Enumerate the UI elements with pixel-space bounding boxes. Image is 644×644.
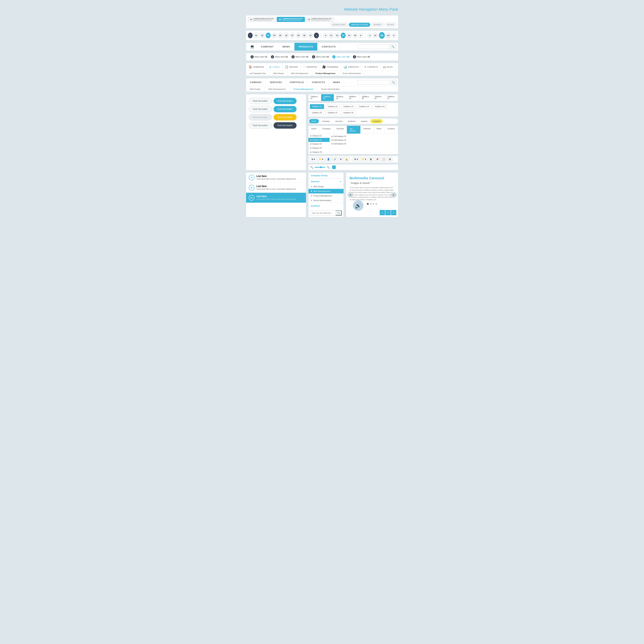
- zoom-slider[interactable]: [315, 167, 325, 168]
- btn-default-1[interactable]: Push the button: [249, 98, 272, 104]
- carousel-dot-4[interactable]: [375, 203, 377, 205]
- toolbar-gear2[interactable]: ⚙ ▾: [353, 157, 359, 162]
- cat-03[interactable]: Category 03: [308, 142, 330, 146]
- sub-03[interactable]: SubMenu 03: [341, 104, 356, 109]
- pag3-02[interactable]: 02: [379, 32, 385, 39]
- pag1-minus[interactable]: −: [248, 33, 253, 38]
- search-button[interactable]: 🔍: [390, 44, 396, 49]
- step-item-02[interactable]: 02 LOREM IPSUM DOLOR SIT Nulla consequat…: [306, 17, 334, 22]
- pag2-03[interactable]: 03: [341, 33, 346, 38]
- sub-nav2-webdesign[interactable]: Web Design: [246, 86, 265, 92]
- nav2-contacts[interactable]: CONTACTS: [308, 79, 329, 86]
- dnav-news[interactable]: News: [374, 126, 385, 134]
- sub-nav-product-mgmt[interactable]: Product Management: [312, 71, 339, 76]
- subcat-01[interactable]: SubCategory 01: [330, 134, 353, 138]
- pag2-02[interactable]: 02: [335, 33, 340, 38]
- subcat-03[interactable]: SubCategory 03: [330, 142, 353, 146]
- pag1-04[interactable]: 04: [272, 33, 277, 38]
- tab-04[interactable]: TabMenu 04: [347, 94, 359, 101]
- btn-cyan-1[interactable]: Push the button: [274, 98, 297, 104]
- pag1-plus[interactable]: +: [314, 33, 319, 38]
- pag3-next[interactable]: ►: [392, 33, 396, 38]
- pill-products[interactable]: products: [345, 119, 358, 123]
- search-input[interactable]: [358, 44, 390, 49]
- toolbar-heart[interactable]: ♥: [339, 157, 343, 162]
- icon-nav-contacts[interactable]: ✦ CONTACTS: [362, 63, 381, 71]
- sub-nav2-webdev[interactable]: Web Developement: [265, 86, 289, 92]
- carousel-prev[interactable]: ◄: [347, 192, 353, 198]
- btn-default-3[interactable]: Push the button: [249, 122, 272, 129]
- sub-nav-webdesign[interactable]: Web Design: [270, 71, 288, 76]
- pag2-01[interactable]: 01: [329, 33, 334, 38]
- zoom-in-icon[interactable]: 🔍: [327, 166, 330, 169]
- toolbar-user[interactable]: 👤: [325, 157, 331, 162]
- sub-01[interactable]: SubMenu 01: [310, 104, 324, 109]
- pill-home[interactable]: home: [309, 119, 319, 123]
- icon-nav-favorites[interactable]: ♡ FAVORITES: [301, 63, 320, 71]
- tab-06[interactable]: TabMenu 06: [372, 94, 385, 101]
- sub-nav-webdev[interactable]: Web Developement: [288, 71, 312, 76]
- checkout-address[interactable]: ADDRESS INFO: [330, 23, 348, 27]
- pag2-04[interactable]: 04: [347, 33, 352, 38]
- sidebar-services-toggle[interactable]: Services ▾: [308, 179, 344, 184]
- menu-item-03[interactable]: ➤ Menu item 03: [291, 55, 309, 59]
- toolbar-folder[interactable]: 📁 ▾: [317, 157, 325, 162]
- checkout-payment[interactable]: PAYMENT: [371, 23, 384, 27]
- checkout-review[interactable]: REVIEW: [385, 23, 396, 27]
- sub-nav2-server-admin[interactable]: Server Administration: [317, 86, 344, 92]
- menu-item-04[interactable]: ➤ Menu item 04: [311, 55, 330, 59]
- nav2-portfolio[interactable]: PORTFOLIO: [286, 79, 308, 86]
- toolbar-link[interactable]: 🔗: [332, 157, 338, 162]
- step-item-01[interactable]: 01 LOREM IPSUM DOLOR SIT Nulla consequat…: [248, 17, 276, 22]
- sub-04[interactable]: SubMenu 04: [357, 104, 371, 109]
- pag1-10[interactable]: 10: [308, 33, 313, 38]
- sidebar-product-mgmt[interactable]: Product Management: [308, 193, 344, 198]
- menu-item-06[interactable]: ➤ Menu item 06: [352, 55, 371, 59]
- nav2-search-button[interactable]: 🔍: [390, 80, 397, 85]
- carousel-dot-1[interactable]: [367, 203, 369, 205]
- step-item-03[interactable]: 03 LOREM IPSUM DOLOR SIT Nulla consequat…: [277, 17, 305, 22]
- icon-nav-portfolio[interactable]: ◎ Portfolio: [267, 63, 282, 71]
- sidebar-server-admin[interactable]: Server Adminstration: [308, 198, 344, 203]
- icon-nav-streaming[interactable]: 🎥 STREAMING: [320, 63, 341, 71]
- menu-item-02[interactable]: ➤ Menu item 02: [270, 55, 289, 59]
- dnav-company[interactable]: Company: [319, 126, 334, 134]
- pag1-02[interactable]: 02: [260, 33, 265, 38]
- toolbar-trash[interactable]: 🗑: [368, 157, 374, 162]
- cat-01[interactable]: Category 01: [308, 134, 330, 138]
- dnav-services[interactable]: Services: [334, 126, 347, 134]
- nav-products[interactable]: PRODUCTS: [294, 43, 317, 50]
- btn-cyan-2[interactable]: Push the button: [274, 106, 297, 112]
- pag1-03[interactable]: 03: [266, 33, 271, 38]
- pag1-05[interactable]: 05: [278, 33, 283, 38]
- cat-05[interactable]: Category 05: [308, 150, 330, 154]
- dnav-home[interactable]: Home: [308, 126, 319, 134]
- sub-05[interactable]: SubMenu 05: [373, 104, 387, 109]
- menu-item-01[interactable]: ➤ Menu item 01: [250, 55, 268, 59]
- sidebar-web-dev[interactable]: Web Developement: [308, 189, 344, 193]
- btn-yellow[interactable]: Push the button: [274, 114, 297, 120]
- pag1-06[interactable]: 06: [284, 33, 289, 38]
- sidebar-web-design[interactable]: Web Design: [308, 184, 344, 189]
- toolbar-pin[interactable]: 📌: [374, 157, 380, 162]
- pill-services[interactable]: services: [333, 119, 345, 123]
- pag3-01[interactable]: 01: [373, 33, 378, 38]
- btn-default-2[interactable]: Push the button: [249, 106, 272, 112]
- pag1-07[interactable]: 07: [290, 33, 295, 38]
- btn-dark[interactable]: Push the button: [274, 122, 297, 129]
- sidebar-search-button[interactable]: 🔍: [336, 210, 342, 215]
- toolbar-copy[interactable]: 📋: [381, 157, 387, 162]
- sub-06[interactable]: SubMenu 06: [310, 110, 324, 115]
- pill-contacts[interactable]: contacts: [370, 119, 383, 123]
- list-item-03[interactable]: 03 List item Lorem ipsum dolor sit amet,…: [246, 193, 306, 203]
- carousel-dot-2[interactable]: [370, 203, 372, 205]
- tab-03[interactable]: TabMenu 03: [334, 94, 347, 101]
- tab-07[interactable]: TabMenu 07: [385, 94, 398, 101]
- pag2-next[interactable]: ►: [359, 33, 363, 38]
- carousel-dot-3[interactable]: [373, 203, 374, 205]
- dnav-contacts[interactable]: Contacts: [384, 126, 398, 134]
- sub-02[interactable]: SubMenu 02: [325, 104, 340, 109]
- icon-nav-archive[interactable]: 📋 ARCHIVE: [282, 63, 301, 71]
- sub-nav-navigation[interactable]: sub Navigation Bar: [246, 71, 270, 76]
- sub-07[interactable]: SubMenu 07: [325, 110, 340, 115]
